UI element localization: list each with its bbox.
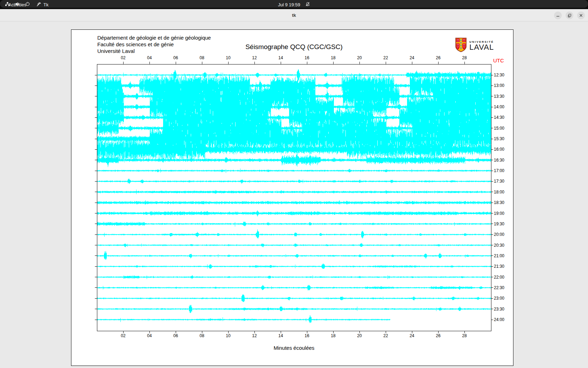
utc-tick-label: 18:00 (494, 190, 504, 195)
x-tick-label-top: 24 (410, 55, 414, 60)
x-tick-label-bottom: 08 (200, 333, 204, 338)
activities-label: Activities (8, 2, 26, 7)
y-tick-left (95, 287, 97, 288)
x-tick-top (176, 62, 176, 64)
x-tick-top (386, 62, 386, 64)
x-tick-label-bottom: 06 (173, 333, 178, 338)
logo-laval-text: LAVAL (469, 43, 494, 51)
utc-tick-label: 20:00 (494, 232, 504, 237)
x-tick-label-bottom: 28 (462, 333, 467, 338)
x-tick-label-bottom: 12 (252, 333, 257, 338)
y-tick-right (491, 309, 493, 309)
y-tick-right (491, 224, 493, 224)
x-tick-bottom (307, 331, 307, 333)
x-tick-bottom (438, 331, 439, 333)
x-tick-top (228, 62, 229, 64)
utc-tick-label: 15:00 (494, 126, 504, 131)
seismogram-traces (97, 64, 491, 331)
x-tick-label-bottom: 10 (226, 333, 230, 338)
universite-laval-logo: UNIVERSITÉ LAVAL (455, 38, 494, 54)
x-tick-label-top: 06 (173, 55, 178, 60)
notifications-muted-icon (305, 2, 310, 8)
laval-wordmark: UNIVERSITÉ LAVAL (469, 40, 494, 51)
y-tick-left (95, 298, 97, 299)
y-tick-left (95, 139, 97, 139)
activities-button[interactable]: Activities (6, 0, 28, 9)
y-tick-left (95, 192, 97, 192)
utc-tick-label: 14:00 (494, 104, 504, 109)
x-tick-top (438, 62, 439, 64)
clock-label: Jul 9 19:59 (278, 2, 300, 7)
y-tick-left (95, 96, 97, 96)
y-tick-right (491, 149, 493, 150)
utc-tick-label: 17:30 (494, 179, 504, 184)
y-tick-left (95, 213, 97, 213)
utc-tick-label: 17:00 (494, 168, 504, 173)
x-tick-label-bottom: 24 (410, 333, 414, 338)
x-tick-bottom (281, 331, 281, 333)
y-tick-right (491, 266, 493, 267)
y-tick-left (95, 203, 97, 203)
laval-shield-icon (455, 38, 467, 54)
y-tick-right (491, 213, 493, 213)
x-tick-label-top: 22 (383, 55, 388, 60)
y-tick-right (491, 203, 493, 203)
x-tick-label-bottom: 04 (147, 333, 152, 338)
x-tick-label-top: 02 (121, 55, 125, 60)
utc-tick-label: 22:00 (494, 275, 504, 280)
x-tick-top (281, 62, 281, 64)
y-tick-right (491, 181, 493, 182)
y-tick-left (95, 320, 97, 320)
utc-tick-label: 22:30 (494, 285, 504, 290)
x-tick-label-top: 18 (331, 55, 335, 60)
x-tick-top (149, 62, 150, 64)
restore-button[interactable] (566, 12, 573, 19)
x-tick-bottom (176, 331, 176, 333)
y-tick-right (491, 298, 493, 299)
y-tick-left (95, 107, 97, 107)
x-tick-top (333, 62, 334, 64)
utc-tick-label: 13:30 (494, 94, 504, 99)
x-tick-bottom (123, 331, 124, 333)
y-tick-right (491, 139, 493, 139)
utc-tick-label: 20:30 (494, 243, 504, 248)
minimize-button[interactable] (554, 12, 562, 19)
clock-menu[interactable]: Jul 9 19:59 (278, 0, 310, 9)
x-tick-label-top: 20 (357, 55, 362, 60)
y-tick-left (95, 128, 97, 128)
tk-icon (36, 2, 41, 8)
utc-axis-label: UTC (493, 57, 504, 63)
utc-tick-label: 23:00 (494, 296, 504, 301)
gnome-top-bar: Activities Tk Jul 9 19:59 (0, 0, 588, 9)
y-tick-left (95, 266, 97, 267)
y-tick-right (491, 245, 493, 245)
y-tick-right (491, 287, 493, 288)
utc-tick-label: 14:30 (494, 115, 504, 120)
x-tick-bottom (412, 331, 412, 333)
x-tick-label-bottom: 20 (357, 333, 362, 338)
x-tick-label-top: 08 (200, 55, 204, 60)
page-title: Séismographe QCQ (CGC/GSC) (245, 43, 343, 51)
window-title-bar[interactable]: tk (0, 9, 588, 21)
x-tick-top (202, 62, 202, 64)
y-tick-right (491, 128, 493, 128)
address-line-2: Faculté des sciences et de génie (97, 41, 211, 48)
x-tick-label-bottom: 18 (331, 333, 335, 338)
utc-tick-label: 16:00 (494, 147, 504, 152)
address-line-3: Université Laval (97, 48, 211, 54)
y-tick-left (95, 86, 97, 86)
x-tick-bottom (228, 331, 229, 333)
x-tick-top (254, 62, 255, 64)
close-button[interactable] (577, 12, 585, 19)
focused-app-indicator[interactable]: Tk (36, 0, 48, 9)
x-tick-top (123, 62, 124, 64)
utc-tick-label: 12:30 (494, 73, 504, 77)
utc-tick-label: 13:00 (494, 83, 504, 88)
y-tick-left (95, 171, 97, 171)
x-tick-bottom (386, 331, 386, 333)
x-tick-top (359, 62, 360, 64)
x-tick-bottom (149, 331, 150, 333)
utc-tick-label: 19:00 (494, 211, 504, 216)
y-tick-left (95, 245, 97, 245)
utc-tick-label: 23:30 (494, 307, 504, 312)
